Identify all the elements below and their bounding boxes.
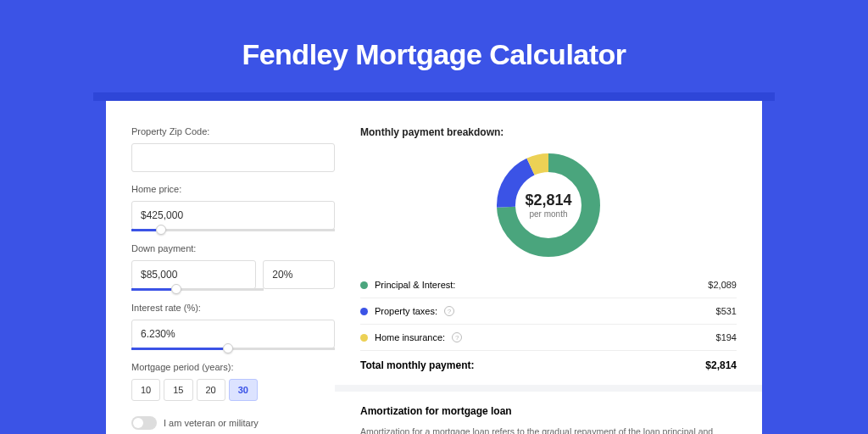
period-btn-15[interactable]: 15 [164,379,192,401]
interest-slider-fill [131,348,223,350]
calculator-card: Property Zip Code: Home price: Down paym… [106,101,762,434]
down-payment-slider-thumb[interactable] [171,284,181,294]
period-btn-10[interactable]: 10 [131,379,160,401]
breakdown-value: $531 [716,306,737,316]
dot-icon [360,334,368,342]
breakdown-row-taxes: Property taxes: ? $531 [360,298,737,325]
home-price-slider[interactable] [131,229,335,231]
card-shadow [93,92,775,101]
home-price-slider-thumb[interactable] [156,225,166,235]
page-title: Fendley Mortgage Calculator [0,0,868,92]
down-payment-field-group: Down payment: [131,243,335,291]
interest-slider[interactable] [131,348,335,350]
donut-sub: per month [529,209,567,219]
dot-icon [360,308,368,315]
home-price-field-group: Home price: [131,184,335,231]
amortization-text: Amortization for a mortgage loan refers … [360,426,737,434]
home-price-slider-fill [131,229,156,231]
down-payment-label: Down payment: [131,243,335,253]
period-btn-20[interactable]: 20 [197,379,225,401]
breakdown-label: Principal & Interest: [375,280,455,290]
interest-input[interactable] [131,320,335,348]
home-price-label: Home price: [131,184,335,194]
breakdown-value: $194 [716,332,737,342]
breakdown-row-principal: Principal & Interest: $2,089 [360,272,737,298]
form-panel: Property Zip Code: Home price: Down paym… [131,126,335,434]
down-payment-slider[interactable] [131,288,264,291]
total-row: Total monthly payment: $2,814 [360,351,737,385]
breakdown-value: $2,089 [708,280,737,290]
veteran-label: I am veteran or military [164,418,259,428]
breakdown-label: Home insurance: [375,332,445,342]
total-label: Total monthly payment: [360,359,474,371]
breakdown-row-insurance: Home insurance: ? $194 [360,325,737,351]
zip-field-group: Property Zip Code: [131,126,335,172]
dot-icon [360,281,368,289]
veteran-toggle-row: I am veteran or military [131,416,335,430]
total-value: $2,814 [705,359,737,371]
period-button-group: 10 15 20 30 [131,379,335,401]
donut-center: $2,814 per month [493,150,604,260]
donut-value: $2,814 [525,192,571,209]
interest-field-group: Interest rate (%): [131,303,335,350]
down-payment-input[interactable] [131,260,256,289]
interest-label: Interest rate (%): [131,303,335,313]
donut-chart: $2,814 per month [493,150,604,260]
donut-chart-wrap: $2,814 per month [360,150,737,260]
zip-input[interactable] [131,143,335,172]
breakdown-label: Property taxes: [375,306,437,316]
period-label: Mortgage period (years): [131,362,335,372]
period-field-group: Mortgage period (years): 10 15 20 30 [131,362,335,401]
amortization-title: Amortization for mortgage loan [360,405,737,417]
veteran-toggle[interactable] [131,416,157,430]
interest-slider-thumb[interactable] [223,343,233,353]
zip-label: Property Zip Code: [131,126,335,136]
breakdown-title: Monthly payment breakdown: [360,126,737,138]
period-btn-30[interactable]: 30 [229,379,258,401]
breakdown-panel: Monthly payment breakdown: $2,814 per mo… [360,126,737,434]
info-icon[interactable]: ? [444,306,454,316]
amortization-section: Amortization for mortgage loan Amortizat… [335,385,762,434]
down-payment-pct-input[interactable] [263,260,335,289]
down-payment-slider-fill [131,288,171,291]
info-icon[interactable]: ? [452,332,462,342]
